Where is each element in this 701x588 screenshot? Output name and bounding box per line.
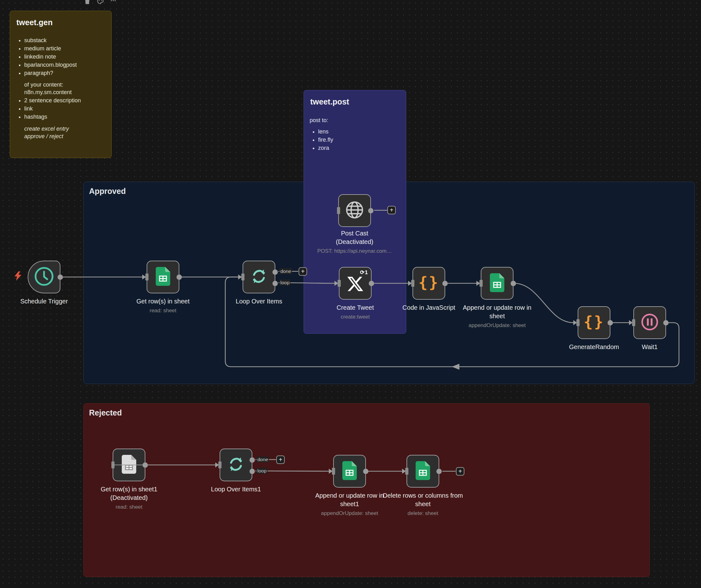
google-sheets-icon <box>416 461 430 481</box>
google-sheets-icon <box>490 273 504 293</box>
list-item: medium article <box>24 45 106 52</box>
node-label: Schedule Trigger <box>0 297 101 306</box>
list-item: paragraph? <box>24 69 106 77</box>
node-label: Loop Over Items1 <box>179 485 293 494</box>
node-status: (Deactivated) <box>298 238 411 246</box>
input-port <box>241 273 244 280</box>
input-port <box>332 468 335 475</box>
sticky-body: post to: lens fire.fly zora <box>309 117 400 152</box>
port-label-done: done <box>256 456 269 462</box>
ellipsis-icon[interactable] <box>110 0 116 6</box>
output-port-done[interactable] <box>249 457 255 463</box>
section-title: Rejected <box>89 408 649 417</box>
node-subtitle: delete: sheet <box>382 510 464 517</box>
plain-text-block: of your content: n8n.my.sm.content <box>16 81 106 96</box>
node-label: Delete rows or columns from sheet <box>382 492 464 508</box>
node-append-or-update-row1[interactable] <box>333 455 366 487</box>
input-port <box>632 319 635 326</box>
output-port[interactable] <box>436 469 442 474</box>
pause-icon <box>640 313 659 333</box>
node-post-cast[interactable] <box>338 194 371 227</box>
output-port-loop[interactable] <box>249 469 255 474</box>
sticky-body: substack medium article linkedin note bp… <box>16 36 106 140</box>
output-port[interactable] <box>442 281 448 286</box>
list-item: substack <box>24 36 106 44</box>
node-subtitle: read: sheet <box>72 503 186 511</box>
input-port <box>145 273 149 280</box>
google-sheets-icon <box>342 461 357 481</box>
italic-line: approve / reject <box>24 133 106 140</box>
node-code-in-javascript[interactable]: {} <box>413 267 445 300</box>
input-port <box>337 280 341 287</box>
output-port[interactable] <box>368 208 374 213</box>
sticky-title: tweet.gen <box>16 18 106 27</box>
output-port-loop[interactable] <box>272 281 278 286</box>
node-get-rows-in-sheet1-deactivated[interactable] <box>112 448 145 481</box>
output-port[interactable] <box>663 320 669 326</box>
list-item: 2 sentence description <box>24 96 106 105</box>
output-port-done[interactable] <box>272 269 278 275</box>
node-caption: Get row(s) in sheet1 (Deactivated) read:… <box>72 485 186 511</box>
loop-icon <box>227 455 245 475</box>
output-port[interactable] <box>363 469 369 474</box>
port-label-loop: loop <box>279 279 290 285</box>
list-item: zora <box>318 144 400 152</box>
plain-line: n8n.my.sm.content <box>24 88 106 96</box>
node-wait1[interactable] <box>633 306 666 339</box>
sticky-list: lens fire.fly zora <box>309 128 400 152</box>
execute-trigger-bolt-icon[interactable] <box>14 271 22 282</box>
code-braces-icon: {} <box>419 273 439 291</box>
node-generate-random[interactable]: {} <box>578 306 611 339</box>
node-loop-over-items1[interactable] <box>220 448 252 481</box>
node-label: Post Cast <box>298 229 411 238</box>
node-caption: Loop Over Items1 <box>179 485 293 494</box>
trash-icon[interactable] <box>84 0 90 6</box>
node-label: Append or update row in sheet1 <box>309 492 391 508</box>
sticky-list: 2 sentence description link hashtags <box>16 96 106 121</box>
node-delete-rows-or-columns[interactable] <box>407 455 439 487</box>
input-port <box>411 280 414 287</box>
palette-icon[interactable] <box>97 0 103 6</box>
add-node-button[interactable]: + <box>387 206 396 214</box>
node-loop-over-items[interactable] <box>243 261 275 293</box>
x-twitter-icon <box>346 275 364 294</box>
add-node-button[interactable]: + <box>456 467 464 475</box>
node-status: (Deactivated) <box>72 494 186 502</box>
node-caption: Delete rows or columns from sheet delete… <box>382 492 464 517</box>
node-caption: Append or update row in sheet appendOrUp… <box>456 304 538 329</box>
google-sheets-icon <box>156 267 170 287</box>
retry-count-badge: ⟳1 <box>360 269 368 276</box>
sticky-title: tweet.post <box>310 97 400 107</box>
list-item: linkedin note <box>24 53 106 61</box>
code-braces-icon: {} <box>583 313 605 331</box>
workflow-canvas[interactable]: { "canvas": {"background": "#161616", "d… <box>0 0 701 588</box>
plain-line: post to: <box>309 117 400 124</box>
node-get-rows-in-sheet[interactable] <box>147 261 179 293</box>
output-port[interactable] <box>57 274 63 280</box>
sticky-note-tweet-gen[interactable]: tweet.gen substack medium article linked… <box>10 11 112 158</box>
port-label-loop: loop <box>256 468 267 474</box>
deactivated-passthrough-line <box>112 464 146 465</box>
globe-icon <box>344 200 365 221</box>
add-node-button[interactable]: + <box>298 267 307 276</box>
add-node-button[interactable]: + <box>276 455 285 464</box>
list-item: link <box>24 105 106 113</box>
output-port[interactable] <box>177 274 182 280</box>
plain-line: of your content: <box>24 81 106 89</box>
node-append-or-update-row[interactable] <box>481 267 513 300</box>
input-port <box>337 207 340 214</box>
node-label: Get row(s) in sheet1 <box>72 485 186 494</box>
list-item: lens <box>318 128 400 136</box>
node-subtitle: create:tweet <box>298 313 412 321</box>
node-caption: Append or update row in sheet1 appendOrU… <box>309 492 391 517</box>
node-subtitle: POST: https://api.neynar.com… <box>298 247 411 255</box>
output-port[interactable] <box>369 281 374 286</box>
node-create-tweet[interactable]: ⟳1 <box>339 267 372 300</box>
output-port[interactable] <box>511 281 516 286</box>
node-subtitle: read: sheet <box>106 307 220 314</box>
node-caption: Wait1 <box>593 343 701 351</box>
output-port[interactable] <box>608 320 613 326</box>
node-label: Append or update row in sheet <box>456 304 538 321</box>
node-schedule-trigger[interactable] <box>28 261 60 293</box>
input-port <box>405 468 408 475</box>
